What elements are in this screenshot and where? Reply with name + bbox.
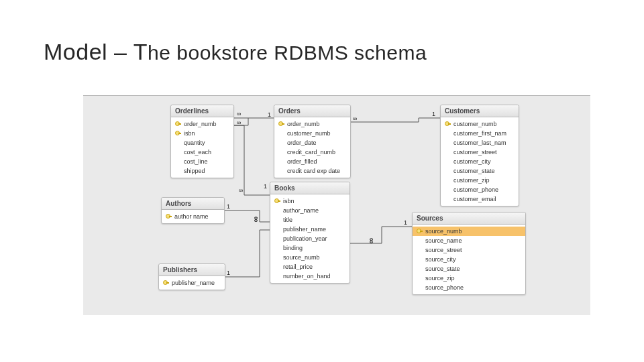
table-field[interactable]: order_date	[274, 138, 350, 147]
field-label: order_date	[287, 139, 317, 147]
table-field[interactable]: customer_numb	[274, 129, 350, 138]
table-field[interactable]: source_zip	[413, 274, 525, 283]
table-field[interactable]: isbn	[171, 129, 233, 138]
field-icon	[274, 226, 281, 233]
table-field[interactable]: binding	[270, 243, 350, 253]
table-field[interactable]: customer_city	[441, 157, 519, 166]
field-label: customer_email	[453, 195, 496, 203]
table-field[interactable]: author_name	[270, 206, 350, 215]
table-field[interactable]: credit_card_numb	[274, 147, 350, 157]
field-icon	[417, 237, 423, 244]
table-field[interactable]: credit card exp date	[274, 166, 350, 176]
field-icon	[274, 254, 281, 261]
field-icon	[445, 196, 451, 202]
table-field[interactable]: customer_last_nam	[441, 138, 519, 147]
table-field[interactable]: source_street	[413, 245, 525, 255]
table-field[interactable]: retail_price	[270, 262, 350, 272]
table-field[interactable]: publisher_name	[270, 225, 350, 234]
table-body: author name	[162, 210, 224, 223]
primary-key-icon	[274, 198, 281, 204]
table-field[interactable]: customer_zip	[441, 176, 519, 185]
field-icon	[445, 149, 451, 156]
field-icon	[175, 158, 182, 165]
field-icon	[278, 158, 285, 165]
field-icon	[274, 235, 281, 242]
table-field[interactable]: customer_numb	[441, 119, 519, 129]
table-orderlines[interactable]: Orderlines order_numbisbnquantitycost_ea…	[170, 105, 234, 178]
cardinality-label: 1	[264, 183, 267, 190]
field-label: source_numb	[425, 227, 462, 235]
field-label: customer_numb	[287, 129, 331, 137]
field-icon	[274, 207, 281, 214]
table-orders[interactable]: Orders order_numbcustomer_numborder_date…	[274, 105, 351, 178]
table-field[interactable]: cost_line	[171, 157, 233, 166]
table-field[interactable]: order_filled	[274, 157, 350, 166]
table-field[interactable]: customer_email	[441, 194, 519, 204]
primary-key-icon	[445, 121, 451, 127]
table-sources[interactable]: Sources source_numbsource_namesource_str…	[412, 212, 526, 295]
field-label: author name	[174, 213, 209, 221]
table-body: order_numbcustomer_numborder_datecredit_…	[274, 117, 350, 178]
field-label: credit card exp date	[287, 167, 340, 175]
table-customers[interactable]: Customers customer_numbcustomer_first_na…	[440, 105, 519, 206]
primary-key-icon	[278, 121, 285, 127]
field-label: publication_year	[283, 235, 327, 243]
table-body: isbnauthor_nametitlepublisher_namepublic…	[270, 194, 350, 283]
table-header: Customers	[441, 105, 519, 117]
table-field[interactable]: customer_phone	[441, 185, 519, 194]
field-label: customer_first_nam	[453, 129, 506, 137]
primary-key-icon	[417, 228, 423, 235]
field-icon	[278, 139, 285, 146]
table-header: Orders	[274, 105, 350, 117]
table-field[interactable]: publication_year	[270, 234, 350, 243]
table-header: Publishers	[159, 264, 225, 276]
field-label: customer_last_nam	[453, 139, 506, 147]
table-field[interactable]: order_numb	[274, 119, 350, 129]
field-label: customer_phone	[453, 186, 498, 194]
field-icon	[445, 168, 451, 174]
table-field[interactable]: source_phone	[413, 283, 525, 292]
table-authors[interactable]: Authors author name	[161, 197, 225, 224]
cardinality-label: 1	[404, 219, 407, 226]
table-field[interactable]: quantity	[171, 138, 233, 147]
field-icon	[445, 130, 451, 137]
table-field[interactable]: source_numb	[270, 253, 350, 262]
field-label: customer_city	[453, 158, 491, 166]
table-field[interactable]: shipped	[171, 166, 233, 176]
field-label: quantity	[184, 139, 205, 147]
table-field[interactable]: title	[270, 215, 350, 225]
field-icon	[278, 149, 285, 156]
table-field[interactable]: source_state	[413, 264, 525, 274]
field-icon	[445, 186, 451, 193]
table-field[interactable]: source_city	[413, 255, 525, 264]
field-label: isbn	[184, 129, 195, 137]
field-icon	[417, 265, 423, 272]
table-field[interactable]: customer_street	[441, 147, 519, 157]
field-label: cost_each	[184, 148, 211, 156]
field-label: customer_zip	[453, 176, 490, 184]
table-field[interactable]: number_on_hand	[270, 272, 350, 281]
table-field[interactable]: customer_state	[441, 166, 519, 176]
table-field[interactable]: isbn	[270, 196, 350, 206]
table-field[interactable]: publisher_name	[159, 278, 225, 288]
cardinality-label: ∞	[252, 217, 261, 223]
table-publishers[interactable]: Publishers publisher_name	[158, 263, 225, 290]
table-field[interactable]: source_name	[413, 236, 525, 245]
field-label: customer_state	[453, 167, 495, 175]
field-label: credit_card_numb	[287, 148, 335, 156]
table-header: Orderlines	[171, 105, 233, 117]
field-label: source_name	[425, 237, 462, 245]
field-label: number_on_hand	[283, 272, 331, 280]
table-field[interactable]: author name	[162, 212, 224, 221]
table-field[interactable]: order_numb	[171, 119, 233, 129]
table-header: Books	[270, 182, 350, 194]
field-icon	[175, 168, 182, 174]
table-field[interactable]: source_numb	[413, 227, 525, 236]
table-books[interactable]: Books isbnauthor_nametitlepublisher_name…	[270, 182, 350, 284]
cardinality-label: 1	[227, 269, 230, 276]
table-field[interactable]: customer_first_nam	[441, 129, 519, 138]
table-field[interactable]: cost_each	[171, 147, 233, 157]
table-header: Authors	[162, 198, 224, 210]
table-body: publisher_name	[159, 276, 225, 290]
primary-key-icon	[166, 213, 172, 220]
